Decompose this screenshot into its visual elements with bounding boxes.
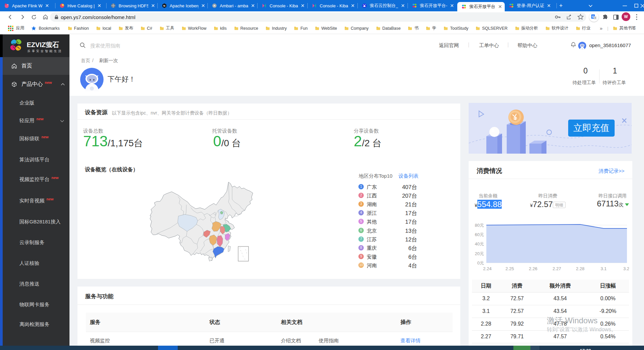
svg-text:2.28: 2.28 bbox=[576, 266, 584, 271]
svg-text:3.1: 3.1 bbox=[601, 266, 607, 271]
svg-text:2.25: 2.25 bbox=[505, 266, 514, 271]
svg-text:80元: 80元 bbox=[475, 223, 484, 228]
svg-text:0元: 0元 bbox=[477, 260, 484, 266]
svg-text:40元: 40元 bbox=[475, 241, 484, 246]
svg-text:文: 文 bbox=[594, 16, 597, 19]
svg-text:20元: 20元 bbox=[475, 251, 484, 256]
svg-text:N: N bbox=[163, 4, 165, 7]
svg-text:2.26: 2.26 bbox=[529, 266, 537, 271]
svg-text:60元: 60元 bbox=[475, 232, 484, 237]
svg-text:3.2: 3.2 bbox=[623, 266, 629, 271]
svg-text:2.27: 2.27 bbox=[552, 266, 561, 271]
svg-text:2.24: 2.24 bbox=[483, 266, 491, 271]
